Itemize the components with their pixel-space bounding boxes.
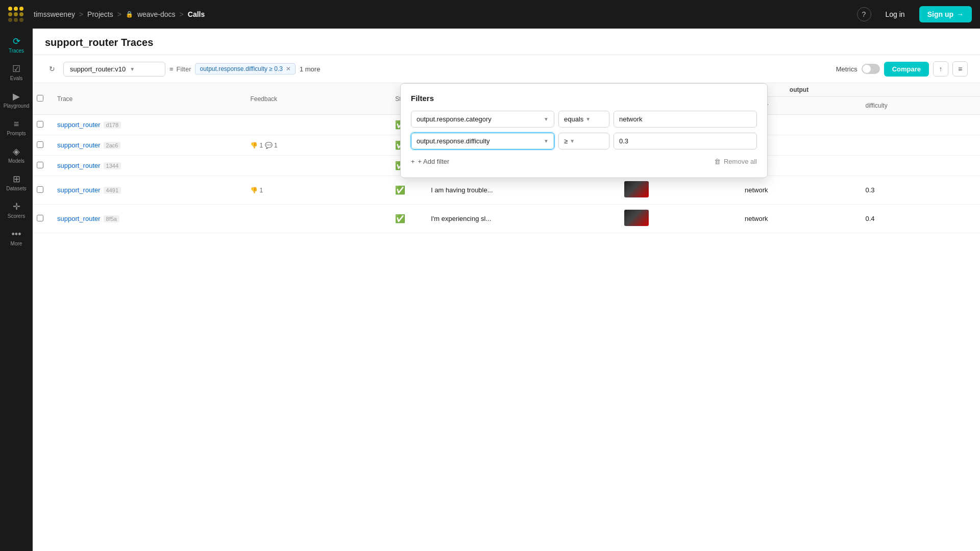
filter-chip[interactable]: output.response.difficulty ≥ 0.3 ✕ [195, 63, 295, 74]
trace-id-3: 4491 [104, 187, 121, 194]
traces-icon: ⟳ [13, 37, 20, 46]
refresh-button[interactable]: ↻ [45, 62, 59, 76]
trace-link-2[interactable]: support_router [57, 162, 101, 169]
filter-panel-title: Filters [411, 94, 757, 103]
topnav: timssweeney > Projects > 🔒 weave-docs > … [0, 0, 980, 29]
version-text: support_router:v10 [70, 65, 126, 73]
scorers-icon: ✛ [13, 202, 20, 211]
breadcrumb-user[interactable]: timssweeney [34, 10, 75, 18]
sidebar-label-scorers: Scorers [8, 213, 25, 219]
sidebar-label-models: Models [8, 158, 24, 164]
add-filter-label: + Add filter [418, 158, 450, 165]
filter-field-2[interactable]: output.response.difficulty ▼ [411, 133, 554, 149]
filter-field-1-text: output.response.category [416, 115, 492, 123]
chevron-down-icon-1: ▼ [544, 116, 549, 122]
row-checkbox-3[interactable] [37, 186, 43, 193]
filter-chip-remove[interactable]: ✕ [286, 65, 291, 72]
breadcrumb-sep3: > [180, 10, 184, 18]
user-input-3: I am having trouble... [425, 176, 618, 205]
sidebar-item-prompts[interactable]: ≡ Prompts [2, 115, 31, 141]
app-body: ⟳ Traces ☑ Evals ▶ Playground ≡ Prompts … [0, 29, 980, 551]
trace-link-3[interactable]: support_router [57, 186, 101, 194]
filter-field-2-text: output.response.difficulty [416, 137, 490, 145]
response-thumb-4 [618, 205, 739, 233]
signup-button[interactable]: Sign up → [919, 6, 972, 22]
row-checkbox-2[interactable] [37, 162, 43, 168]
version-select[interactable]: support_router:v10 ▼ [63, 62, 165, 77]
remove-all-button[interactable]: 🗑 Remove all [714, 158, 757, 165]
trash-icon: 🗑 [714, 158, 721, 165]
export-button[interactable]: ↑ [933, 61, 948, 77]
status-icon-4: ✅ [395, 214, 405, 223]
sidebar-label-playground: Playground [4, 103, 30, 109]
lock-icon: 🔒 [126, 11, 133, 18]
signup-arrow-icon: → [957, 10, 964, 18]
table-container: Trace Feedback Status inputs output user… [33, 83, 980, 551]
sidebar-item-datasets[interactable]: ⊞ Datasets [2, 170, 31, 196]
filter-label: ≡ Filter [169, 65, 191, 73]
difficulty-3: 0.3 [860, 176, 981, 205]
metrics-toggle[interactable] [862, 64, 880, 74]
signup-label: Sign up [927, 10, 953, 18]
response-thumb-3 [618, 176, 739, 205]
add-filter-button[interactable]: + + Add filter [411, 156, 449, 167]
help-button[interactable]: ? [857, 7, 871, 21]
filter-section: ≡ Filter output.response.difficulty ≥ 0.… [169, 63, 832, 74]
sidebar-item-more[interactable]: ••• More [2, 226, 31, 251]
breadcrumb-projects[interactable]: Projects [87, 10, 113, 18]
more-icon: ••• [12, 230, 21, 239]
filter-value-2[interactable] [614, 133, 757, 149]
trace-link-0[interactable]: support_router [57, 121, 101, 129]
trace-link-1[interactable]: support_router [57, 141, 101, 149]
breadcrumb-repo[interactable]: weave-docs [137, 10, 176, 18]
toggle-knob [863, 65, 871, 73]
chevron-down-icon-op2: ▼ [570, 138, 575, 144]
table-row: support_router4491👎 1✅I am having troubl… [33, 176, 980, 205]
sidebar-item-evals[interactable]: ☑ Evals [2, 60, 31, 86]
difficulty-2 [860, 156, 981, 176]
sidebar-item-models[interactable]: ◈ Models [2, 143, 31, 168]
sidebar-item-scorers[interactable]: ✛ Scorers [2, 198, 31, 223]
trace-id-1: 2ac6 [104, 142, 121, 149]
playground-icon: ▶ [13, 92, 20, 101]
remove-all-label: Remove all [724, 158, 757, 165]
table-row: support_router8f5a✅I'm experiencing sl..… [33, 205, 980, 233]
prompts-icon: ≡ [14, 119, 19, 129]
col-header-difficulty: difficulty [860, 97, 981, 115]
datasets-icon: ⊞ [13, 174, 20, 184]
row-checkbox-4[interactable] [37, 215, 43, 221]
filter-op-1[interactable]: equals ▼ [558, 111, 609, 128]
difficulty-4: 0.4 [860, 205, 981, 233]
category-4: network [739, 205, 859, 233]
columns-button[interactable]: ≡ [952, 61, 968, 77]
filter-row-1: output.response.category ▼ equals ▼ [411, 111, 757, 128]
sidebar-item-playground[interactable]: ▶ Playground [2, 88, 31, 113]
filter-field-1[interactable]: output.response.category ▼ [411, 111, 554, 128]
login-button[interactable]: Log in [879, 7, 911, 21]
difficulty-1 [860, 135, 981, 156]
row-checkbox-1[interactable] [37, 141, 43, 148]
sidebar-label-datasets: Datasets [6, 186, 26, 192]
compare-button[interactable]: Compare [884, 62, 929, 77]
filter-value-1[interactable] [614, 111, 757, 128]
difficulty-0 [860, 115, 981, 135]
chevron-down-icon: ▼ [130, 66, 135, 72]
filter-icon: ≡ [169, 65, 174, 73]
sidebar-label-traces: Traces [9, 48, 24, 54]
trace-id-4: 8f5a [104, 215, 119, 222]
sidebar-label-prompts: Prompts [7, 131, 26, 137]
toolbar: ↻ support_router:v10 ▼ ≡ Filter output.r… [33, 55, 980, 83]
metrics-label: Metrics [836, 65, 857, 73]
response-image-3 [624, 181, 649, 197]
models-icon: ◈ [13, 147, 20, 156]
filter-panel: Filters output.response.category ▼ equal… [400, 83, 768, 178]
row-checkbox-0[interactable] [37, 121, 43, 128]
filter-chip-text: output.response.difficulty ≥ 0.3 [200, 65, 282, 72]
toolbar-right: Metrics Compare ↑ ≡ [836, 61, 968, 77]
sidebar-item-traces[interactable]: ⟳ Traces [2, 33, 31, 58]
select-all-checkbox[interactable] [37, 95, 43, 102]
col-header-trace: Trace [51, 83, 244, 115]
trace-link-4[interactable]: support_router [57, 215, 101, 222]
filter-text: Filter [177, 65, 191, 73]
filter-op-2[interactable]: ≥ ▼ [558, 133, 609, 149]
